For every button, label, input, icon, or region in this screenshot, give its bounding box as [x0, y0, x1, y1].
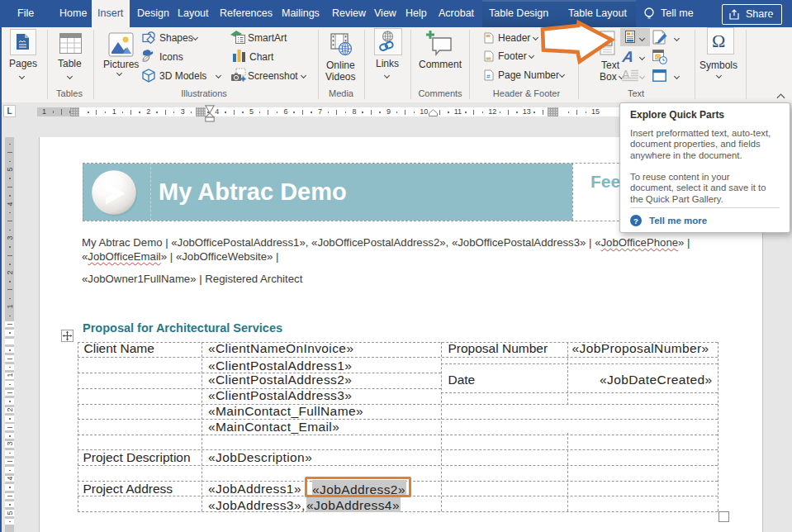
svg-text:#: #	[486, 73, 491, 80]
svg-text:?: ?	[633, 216, 638, 226]
